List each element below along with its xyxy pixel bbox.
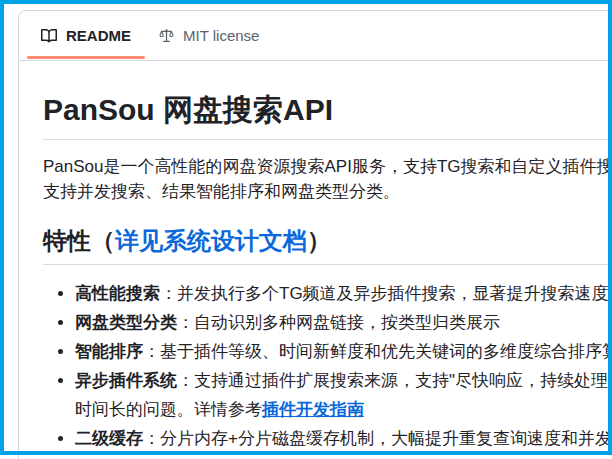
law-icon [159,28,174,43]
features-heading: 特性（详见系统设计文档） [43,226,612,265]
feature-term: 网盘类型分类 [75,313,177,332]
readme-tab-bar: README [19,11,612,61]
intro-line-1: PanSou是一个高性能的网盘资源搜索API服务，支持TG搜索和自定义插件搜索。 [43,154,612,179]
feature-desc-continued: 时间长的问题。详情参考 [75,400,262,419]
feature-desc: ：并发执行多个TG频道及异步插件搜索，显著提升搜索速度；工 [160,284,612,303]
intro-line-2: 支持并发搜索、结果智能排序和网盘类型分类。 [43,179,612,204]
design-doc-link[interactable]: 详见系统设计文档 [115,227,307,254]
page-title: PanSou 网盘搜索API [43,91,612,140]
readme-card: README [18,10,612,459]
feature-desc: ：基于插件等级、时间新鲜度和优先关键词的多维度综合排序算法 [143,342,612,361]
tab-mit-license-label: MIT license [183,27,259,44]
features-heading-suffix: ） [307,227,331,254]
feature-term: 异步插件系统 [75,371,177,390]
feature-term: 高性能搜索 [75,284,160,303]
readme-content: PanSou 网盘搜索API PanSou是一个高性能的网盘资源搜索API服务，… [19,61,612,453]
tab-readme[interactable]: README [27,11,145,60]
feature-desc: ：分片内存+分片磁盘缓存机制，大幅提升重复查询速度和并发性能 [143,429,612,448]
features-list: 高性能搜索：并发执行多个TG频道及异步插件搜索，显著提升搜索速度；工 网盘类型分… [43,279,612,453]
active-tab-underline [27,56,145,59]
tab-readme-label: README [66,27,131,44]
feature-item-async-plugin: 异步插件系统：支持通过插件扩展搜索来源，支持"尽快响应，持续处理"的异 时间长的… [75,366,612,424]
feature-term: 智能排序 [75,342,143,361]
features-heading-prefix: 特性（ [43,227,115,254]
feature-item-smart-sort: 智能排序：基于插件等级、时间新鲜度和优先关键词的多维度综合排序算法 [75,337,612,366]
plugin-guide-link[interactable]: 插件开发指南 [262,400,364,419]
feature-desc: ：自动识别多种网盘链接，按类型归类展示 [177,313,500,332]
feature-item-performance: 高性能搜索：并发执行多个TG频道及异步插件搜索，显著提升搜索速度；工 [75,279,612,308]
book-icon [41,28,57,44]
intro-paragraph: PanSou是一个高性能的网盘资源搜索API服务，支持TG搜索和自定义插件搜索。… [43,154,612,204]
feature-term: 二级缓存 [75,429,143,448]
feature-item-two-level-cache: 二级缓存：分片内存+分片磁盘缓存机制，大幅提升重复查询速度和并发性能 [75,424,612,453]
tab-mit-license[interactable]: MIT license [145,11,273,60]
feature-desc: ：支持通过插件扩展搜索来源，支持"尽快响应，持续处理"的异 [177,371,612,390]
feature-item-pan-type: 网盘类型分类：自动识别多种网盘链接，按类型归类展示 [75,308,612,337]
